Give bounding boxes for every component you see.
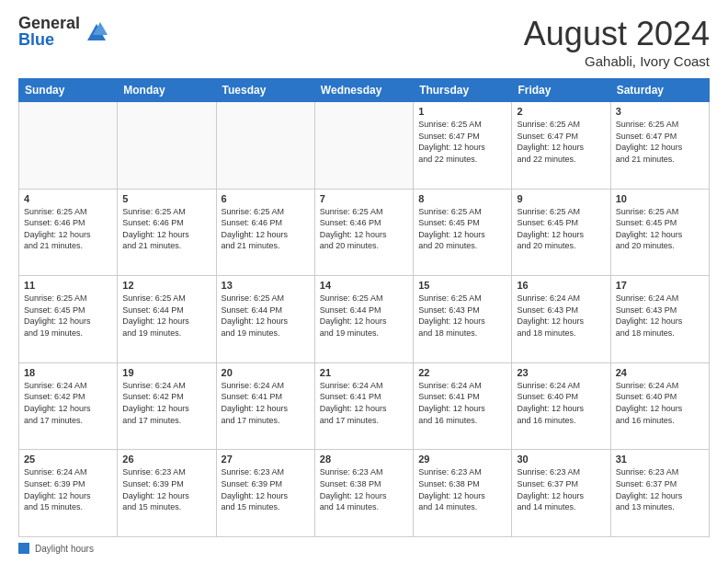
day-info: Sunrise: 6:25 AMSunset: 6:46 PMDaylight:… [222, 206, 310, 252]
header: General Blue August 2024 Gahabli, Ivory … [18, 15, 710, 69]
day-info: Sunrise: 6:24 AMSunset: 6:41 PMDaylight:… [320, 380, 408, 426]
calendar-table: SundayMondayTuesdayWednesdayThursdayFrid… [18, 78, 710, 537]
logo: General Blue [18, 15, 109, 48]
logo-blue: Blue [18, 31, 80, 48]
day-info: Sunrise: 6:25 AMSunset: 6:43 PMDaylight:… [418, 293, 506, 339]
calendar-cell: 14Sunrise: 6:25 AMSunset: 6:44 PMDayligh… [314, 276, 413, 363]
day-number: 1 [418, 106, 506, 117]
calendar-week-row: 4Sunrise: 6:25 AMSunset: 6:46 PMDaylight… [19, 189, 710, 276]
logo-icon [84, 18, 109, 44]
calendar-cell: 24Sunrise: 6:24 AMSunset: 6:40 PMDayligh… [610, 362, 709, 450]
col-header-sunday: Sunday [19, 79, 118, 102]
col-header-wednesday: Wednesday [314, 79, 413, 102]
day-number: 5 [122, 193, 210, 204]
day-number: 23 [517, 367, 605, 378]
day-number: 22 [418, 367, 506, 378]
day-info: Sunrise: 6:25 AMSunset: 6:46 PMDaylight:… [122, 206, 210, 252]
logo-general: General [18, 15, 80, 31]
day-number: 24 [616, 367, 704, 378]
day-info: Sunrise: 6:24 AMSunset: 6:40 PMDaylight:… [517, 380, 605, 426]
calendar-cell: 18Sunrise: 6:24 AMSunset: 6:42 PMDayligh… [19, 362, 118, 450]
day-info: Sunrise: 6:24 AMSunset: 6:43 PMDaylight:… [616, 293, 704, 339]
calendar-cell [19, 102, 118, 190]
day-number: 3 [616, 106, 704, 117]
day-info: Sunrise: 6:25 AMSunset: 6:45 PMDaylight:… [517, 206, 605, 252]
day-number: 14 [320, 280, 408, 291]
calendar-week-row: 11Sunrise: 6:25 AMSunset: 6:45 PMDayligh… [19, 276, 710, 363]
calendar-cell: 28Sunrise: 6:23 AMSunset: 6:38 PMDayligh… [314, 450, 413, 537]
day-info: Sunrise: 6:24 AMSunset: 6:41 PMDaylight:… [222, 380, 310, 426]
calendar-week-row: 18Sunrise: 6:24 AMSunset: 6:42 PMDayligh… [19, 362, 710, 450]
col-header-saturday: Saturday [610, 79, 709, 102]
month-title: August 2024 [524, 15, 710, 53]
day-number: 8 [418, 193, 506, 204]
calendar-week-row: 25Sunrise: 6:24 AMSunset: 6:39 PMDayligh… [19, 450, 710, 537]
day-info: Sunrise: 6:25 AMSunset: 6:44 PMDaylight:… [320, 293, 408, 339]
calendar-header-row: SundayMondayTuesdayWednesdayThursdayFrid… [19, 79, 710, 102]
day-number: 10 [616, 193, 704, 204]
day-info: Sunrise: 6:24 AMSunset: 6:40 PMDaylight:… [616, 380, 704, 426]
day-number: 13 [222, 280, 310, 291]
day-number: 17 [616, 280, 704, 291]
calendar-cell: 12Sunrise: 6:25 AMSunset: 6:44 PMDayligh… [118, 276, 216, 363]
col-header-thursday: Thursday [414, 79, 512, 102]
subtitle: Gahabli, Ivory Coast [524, 53, 710, 69]
calendar-cell: 10Sunrise: 6:25 AMSunset: 6:45 PMDayligh… [610, 189, 709, 276]
day-number: 11 [24, 280, 112, 291]
day-info: Sunrise: 6:25 AMSunset: 6:44 PMDaylight:… [222, 293, 310, 339]
day-info: Sunrise: 6:23 AMSunset: 6:38 PMDaylight:… [320, 466, 408, 512]
day-number: 21 [320, 367, 408, 378]
calendar-cell: 2Sunrise: 6:25 AMSunset: 6:47 PMDaylight… [512, 102, 610, 190]
day-info: Sunrise: 6:24 AMSunset: 6:42 PMDaylight:… [24, 380, 112, 426]
day-number: 16 [517, 280, 605, 291]
col-header-tuesday: Tuesday [216, 79, 314, 102]
day-info: Sunrise: 6:23 AMSunset: 6:39 PMDaylight:… [122, 466, 210, 512]
daylight-label: Daylight hours [35, 544, 94, 554]
day-number: 9 [517, 193, 605, 204]
day-number: 2 [517, 106, 605, 117]
calendar-cell: 29Sunrise: 6:23 AMSunset: 6:38 PMDayligh… [414, 450, 512, 537]
calendar-cell: 30Sunrise: 6:23 AMSunset: 6:37 PMDayligh… [512, 450, 610, 537]
calendar-cell: 23Sunrise: 6:24 AMSunset: 6:40 PMDayligh… [512, 362, 610, 450]
day-info: Sunrise: 6:25 AMSunset: 6:45 PMDaylight:… [616, 206, 704, 252]
calendar-cell [216, 102, 314, 190]
calendar-cell: 5Sunrise: 6:25 AMSunset: 6:46 PMDaylight… [118, 189, 216, 276]
col-header-monday: Monday [118, 79, 216, 102]
day-number: 19 [122, 367, 210, 378]
calendar-cell [118, 102, 216, 190]
day-info: Sunrise: 6:24 AMSunset: 6:41 PMDaylight:… [418, 380, 506, 426]
day-info: Sunrise: 6:25 AMSunset: 6:47 PMDaylight:… [616, 119, 704, 165]
calendar-cell: 9Sunrise: 6:25 AMSunset: 6:45 PMDaylight… [512, 189, 610, 276]
day-info: Sunrise: 6:25 AMSunset: 6:46 PMDaylight:… [24, 206, 112, 252]
calendar-cell: 31Sunrise: 6:23 AMSunset: 6:37 PMDayligh… [610, 450, 709, 537]
day-number: 30 [517, 454, 605, 465]
footer: Daylight hours [18, 543, 710, 554]
calendar-cell: 20Sunrise: 6:24 AMSunset: 6:41 PMDayligh… [216, 362, 314, 450]
calendar-cell: 17Sunrise: 6:24 AMSunset: 6:43 PMDayligh… [610, 276, 709, 363]
col-header-friday: Friday [512, 79, 610, 102]
day-number: 6 [222, 193, 310, 204]
day-number: 4 [24, 193, 112, 204]
title-block: August 2024 Gahabli, Ivory Coast [524, 15, 710, 69]
calendar-cell [314, 102, 413, 190]
day-info: Sunrise: 6:25 AMSunset: 6:45 PMDaylight:… [24, 293, 112, 339]
day-info: Sunrise: 6:25 AMSunset: 6:45 PMDaylight:… [418, 206, 506, 252]
day-number: 31 [616, 454, 704, 465]
day-info: Sunrise: 6:23 AMSunset: 6:37 PMDaylight:… [616, 466, 704, 512]
day-info: Sunrise: 6:23 AMSunset: 6:38 PMDaylight:… [418, 466, 506, 512]
day-number: 27 [222, 454, 310, 465]
day-info: Sunrise: 6:24 AMSunset: 6:42 PMDaylight:… [122, 380, 210, 426]
calendar-cell: 16Sunrise: 6:24 AMSunset: 6:43 PMDayligh… [512, 276, 610, 363]
day-info: Sunrise: 6:24 AMSunset: 6:39 PMDaylight:… [24, 466, 112, 512]
calendar-cell: 21Sunrise: 6:24 AMSunset: 6:41 PMDayligh… [314, 362, 413, 450]
day-info: Sunrise: 6:24 AMSunset: 6:43 PMDaylight:… [517, 293, 605, 339]
day-number: 12 [122, 280, 210, 291]
calendar-cell: 4Sunrise: 6:25 AMSunset: 6:46 PMDaylight… [19, 189, 118, 276]
calendar-cell: 19Sunrise: 6:24 AMSunset: 6:42 PMDayligh… [118, 362, 216, 450]
calendar-week-row: 1Sunrise: 6:25 AMSunset: 6:47 PMDaylight… [19, 102, 710, 190]
day-info: Sunrise: 6:25 AMSunset: 6:44 PMDaylight:… [122, 293, 210, 339]
day-number: 26 [122, 454, 210, 465]
day-number: 7 [320, 193, 408, 204]
day-info: Sunrise: 6:23 AMSunset: 6:39 PMDaylight:… [222, 466, 310, 512]
calendar-cell: 3Sunrise: 6:25 AMSunset: 6:47 PMDaylight… [610, 102, 709, 190]
